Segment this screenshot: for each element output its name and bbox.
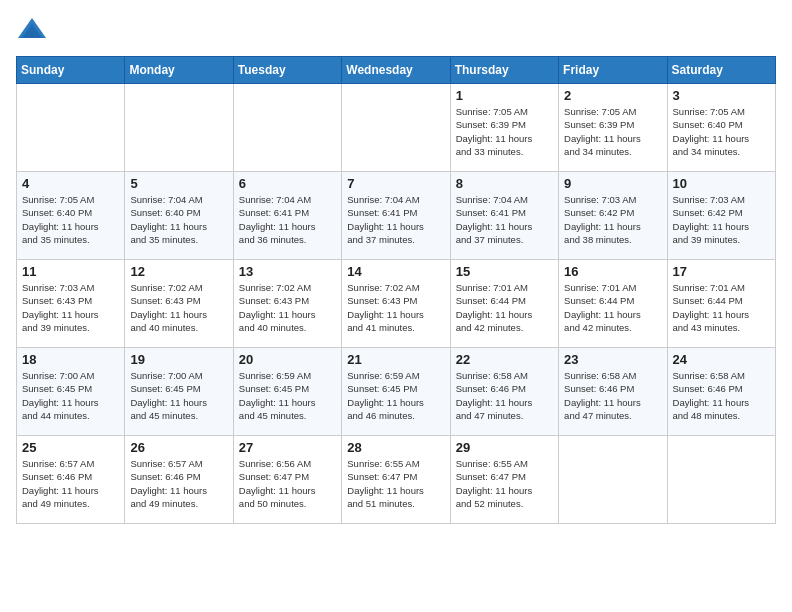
day-number: 9 <box>564 176 661 191</box>
weekday-header: Wednesday <box>342 57 450 84</box>
day-info: Sunrise: 6:55 AM Sunset: 6:47 PM Dayligh… <box>347 457 444 510</box>
calendar-cell: 4Sunrise: 7:05 AM Sunset: 6:40 PM Daylig… <box>17 172 125 260</box>
day-number: 20 <box>239 352 336 367</box>
calendar-cell: 18Sunrise: 7:00 AM Sunset: 6:45 PM Dayli… <box>17 348 125 436</box>
calendar-cell: 13Sunrise: 7:02 AM Sunset: 6:43 PM Dayli… <box>233 260 341 348</box>
calendar-cell <box>667 436 775 524</box>
day-number: 4 <box>22 176 119 191</box>
day-number: 26 <box>130 440 227 455</box>
calendar-cell: 20Sunrise: 6:59 AM Sunset: 6:45 PM Dayli… <box>233 348 341 436</box>
day-info: Sunrise: 6:59 AM Sunset: 6:45 PM Dayligh… <box>347 369 444 422</box>
day-info: Sunrise: 7:04 AM Sunset: 6:41 PM Dayligh… <box>239 193 336 246</box>
calendar-table: SundayMondayTuesdayWednesdayThursdayFrid… <box>16 56 776 524</box>
calendar-cell: 17Sunrise: 7:01 AM Sunset: 6:44 PM Dayli… <box>667 260 775 348</box>
calendar-cell: 3Sunrise: 7:05 AM Sunset: 6:40 PM Daylig… <box>667 84 775 172</box>
calendar-cell <box>559 436 667 524</box>
day-info: Sunrise: 7:05 AM Sunset: 6:40 PM Dayligh… <box>673 105 770 158</box>
calendar-cell: 14Sunrise: 7:02 AM Sunset: 6:43 PM Dayli… <box>342 260 450 348</box>
day-info: Sunrise: 7:05 AM Sunset: 6:39 PM Dayligh… <box>456 105 553 158</box>
calendar-cell: 25Sunrise: 6:57 AM Sunset: 6:46 PM Dayli… <box>17 436 125 524</box>
calendar-cell <box>233 84 341 172</box>
day-number: 22 <box>456 352 553 367</box>
calendar-cell: 1Sunrise: 7:05 AM Sunset: 6:39 PM Daylig… <box>450 84 558 172</box>
day-info: Sunrise: 7:03 AM Sunset: 6:43 PM Dayligh… <box>22 281 119 334</box>
calendar-cell: 22Sunrise: 6:58 AM Sunset: 6:46 PM Dayli… <box>450 348 558 436</box>
day-number: 27 <box>239 440 336 455</box>
day-info: Sunrise: 7:01 AM Sunset: 6:44 PM Dayligh… <box>564 281 661 334</box>
day-info: Sunrise: 6:57 AM Sunset: 6:46 PM Dayligh… <box>130 457 227 510</box>
weekday-header: Thursday <box>450 57 558 84</box>
calendar-week-row: 4Sunrise: 7:05 AM Sunset: 6:40 PM Daylig… <box>17 172 776 260</box>
day-number: 28 <box>347 440 444 455</box>
day-info: Sunrise: 7:03 AM Sunset: 6:42 PM Dayligh… <box>673 193 770 246</box>
day-info: Sunrise: 6:58 AM Sunset: 6:46 PM Dayligh… <box>564 369 661 422</box>
calendar-cell: 26Sunrise: 6:57 AM Sunset: 6:46 PM Dayli… <box>125 436 233 524</box>
calendar-cell: 7Sunrise: 7:04 AM Sunset: 6:41 PM Daylig… <box>342 172 450 260</box>
day-info: Sunrise: 6:58 AM Sunset: 6:46 PM Dayligh… <box>673 369 770 422</box>
calendar-week-row: 18Sunrise: 7:00 AM Sunset: 6:45 PM Dayli… <box>17 348 776 436</box>
day-info: Sunrise: 7:01 AM Sunset: 6:44 PM Dayligh… <box>456 281 553 334</box>
calendar-week-row: 11Sunrise: 7:03 AM Sunset: 6:43 PM Dayli… <box>17 260 776 348</box>
day-info: Sunrise: 6:56 AM Sunset: 6:47 PM Dayligh… <box>239 457 336 510</box>
day-info: Sunrise: 7:03 AM Sunset: 6:42 PM Dayligh… <box>564 193 661 246</box>
calendar-cell: 6Sunrise: 7:04 AM Sunset: 6:41 PM Daylig… <box>233 172 341 260</box>
day-info: Sunrise: 6:58 AM Sunset: 6:46 PM Dayligh… <box>456 369 553 422</box>
calendar-cell <box>342 84 450 172</box>
day-number: 29 <box>456 440 553 455</box>
day-number: 24 <box>673 352 770 367</box>
day-info: Sunrise: 7:02 AM Sunset: 6:43 PM Dayligh… <box>130 281 227 334</box>
calendar-cell: 27Sunrise: 6:56 AM Sunset: 6:47 PM Dayli… <box>233 436 341 524</box>
weekday-header: Friday <box>559 57 667 84</box>
logo <box>16 16 52 44</box>
calendar-cell: 19Sunrise: 7:00 AM Sunset: 6:45 PM Dayli… <box>125 348 233 436</box>
calendar-cell: 9Sunrise: 7:03 AM Sunset: 6:42 PM Daylig… <box>559 172 667 260</box>
day-number: 15 <box>456 264 553 279</box>
calendar-header: SundayMondayTuesdayWednesdayThursdayFrid… <box>17 57 776 84</box>
day-info: Sunrise: 6:57 AM Sunset: 6:46 PM Dayligh… <box>22 457 119 510</box>
day-info: Sunrise: 7:01 AM Sunset: 6:44 PM Dayligh… <box>673 281 770 334</box>
calendar-cell: 29Sunrise: 6:55 AM Sunset: 6:47 PM Dayli… <box>450 436 558 524</box>
calendar-cell: 16Sunrise: 7:01 AM Sunset: 6:44 PM Dayli… <box>559 260 667 348</box>
calendar-cell: 5Sunrise: 7:04 AM Sunset: 6:40 PM Daylig… <box>125 172 233 260</box>
day-info: Sunrise: 7:04 AM Sunset: 6:41 PM Dayligh… <box>347 193 444 246</box>
weekday-header: Saturday <box>667 57 775 84</box>
day-info: Sunrise: 7:05 AM Sunset: 6:40 PM Dayligh… <box>22 193 119 246</box>
calendar-week-row: 1Sunrise: 7:05 AM Sunset: 6:39 PM Daylig… <box>17 84 776 172</box>
day-info: Sunrise: 7:00 AM Sunset: 6:45 PM Dayligh… <box>130 369 227 422</box>
calendar-cell: 12Sunrise: 7:02 AM Sunset: 6:43 PM Dayli… <box>125 260 233 348</box>
day-number: 8 <box>456 176 553 191</box>
calendar-cell: 28Sunrise: 6:55 AM Sunset: 6:47 PM Dayli… <box>342 436 450 524</box>
logo-icon <box>16 16 48 44</box>
day-number: 17 <box>673 264 770 279</box>
calendar-cell <box>17 84 125 172</box>
day-number: 14 <box>347 264 444 279</box>
day-info: Sunrise: 6:55 AM Sunset: 6:47 PM Dayligh… <box>456 457 553 510</box>
calendar-cell: 21Sunrise: 6:59 AM Sunset: 6:45 PM Dayli… <box>342 348 450 436</box>
day-info: Sunrise: 7:02 AM Sunset: 6:43 PM Dayligh… <box>239 281 336 334</box>
weekday-header: Tuesday <box>233 57 341 84</box>
weekday-header: Monday <box>125 57 233 84</box>
day-info: Sunrise: 7:02 AM Sunset: 6:43 PM Dayligh… <box>347 281 444 334</box>
day-number: 16 <box>564 264 661 279</box>
day-number: 5 <box>130 176 227 191</box>
day-info: Sunrise: 7:04 AM Sunset: 6:40 PM Dayligh… <box>130 193 227 246</box>
day-number: 13 <box>239 264 336 279</box>
day-number: 21 <box>347 352 444 367</box>
day-info: Sunrise: 7:04 AM Sunset: 6:41 PM Dayligh… <box>456 193 553 246</box>
day-number: 12 <box>130 264 227 279</box>
calendar-cell: 23Sunrise: 6:58 AM Sunset: 6:46 PM Dayli… <box>559 348 667 436</box>
calendar-cell: 15Sunrise: 7:01 AM Sunset: 6:44 PM Dayli… <box>450 260 558 348</box>
calendar-cell: 10Sunrise: 7:03 AM Sunset: 6:42 PM Dayli… <box>667 172 775 260</box>
day-number: 6 <box>239 176 336 191</box>
day-number: 10 <box>673 176 770 191</box>
day-number: 25 <box>22 440 119 455</box>
calendar-week-row: 25Sunrise: 6:57 AM Sunset: 6:46 PM Dayli… <box>17 436 776 524</box>
day-number: 2 <box>564 88 661 103</box>
calendar-cell: 24Sunrise: 6:58 AM Sunset: 6:46 PM Dayli… <box>667 348 775 436</box>
calendar-cell <box>125 84 233 172</box>
weekday-header: Sunday <box>17 57 125 84</box>
day-number: 23 <box>564 352 661 367</box>
day-number: 1 <box>456 88 553 103</box>
day-info: Sunrise: 7:05 AM Sunset: 6:39 PM Dayligh… <box>564 105 661 158</box>
day-number: 18 <box>22 352 119 367</box>
